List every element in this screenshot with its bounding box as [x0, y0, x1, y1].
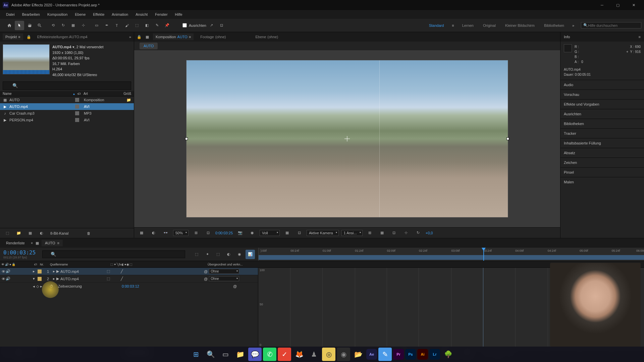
transform-handle-right[interactable] [506, 137, 509, 140]
taskbar-files[interactable]: 📂 [352, 348, 365, 361]
parent-dropdown[interactable]: Ohne [209, 276, 239, 281]
zoom-dropdown[interactable]: 50% [173, 230, 189, 236]
taskbar-app1[interactable]: ♟ [307, 348, 321, 361]
tab-menu-icon[interactable]: ≡ [189, 35, 191, 39]
anchor-tool[interactable]: ⊹ [78, 21, 88, 30]
panel-audio[interactable]: Audio [560, 80, 644, 89]
taskbar-whatsapp[interactable]: ✆ [263, 348, 276, 361]
snap2-tool[interactable]: ⊡ [217, 21, 226, 30]
taskbar-start[interactable]: ⊞ [189, 348, 203, 361]
twirl-icon[interactable]: ▸ [53, 269, 55, 274]
orbit-tool[interactable]: ⟲ [48, 21, 58, 30]
lock-toggle[interactable] [15, 277, 19, 281]
new-comp-icon[interactable]: ▦ [25, 229, 35, 238]
menu-hilfe[interactable]: Hilfe [172, 11, 186, 18]
menu-datei[interactable]: Datei [3, 11, 18, 18]
twirl-icon[interactable]: ▸ [53, 277, 55, 281]
transparency-icon[interactable]: ▦ [282, 228, 292, 238]
prev-key-icon[interactable]: ◂ [33, 284, 35, 289]
property-row[interactable]: ◂ ◇ ▸ ⏱ Zeitverzerrung 0:00:03:12 @ [0, 283, 258, 290]
time-ruler[interactable]: ):00f 00:24f 01:09f 01:24f 02:09f 02:24f… [258, 248, 644, 261]
taskbar-pr[interactable]: Pr [393, 349, 404, 360]
switch-icon[interactable]: ● [124, 263, 126, 266]
label-col-icon[interactable]: 🏷 [34, 263, 37, 266]
project-item-video2[interactable]: ▶ PERSON.mp4 AVI [0, 117, 134, 123]
col-nr[interactable]: Nr. [40, 263, 50, 266]
layer-row-1[interactable]: 👁 🔊 ▸ 1 ▸ ▶ AUTO.mp4 ⬚ ╱ @ [0, 268, 258, 275]
expression-pickwhip-icon[interactable]: @ [233, 284, 237, 288]
next-key-icon[interactable]: ▸ [40, 284, 42, 289]
taskbar-app3[interactable]: ✎ [378, 348, 392, 361]
menu-komposition[interactable]: Komposition [44, 11, 71, 18]
view-icon4[interactable]: ⊹ [401, 228, 411, 238]
lock-col-icon[interactable]: 🔒 [12, 263, 15, 266]
zoom-tool[interactable] [35, 21, 44, 30]
viewer-timecode[interactable]: 0:00:03:25 [215, 231, 233, 235]
footage-tab[interactable]: Footage (ohne) [198, 34, 228, 40]
menu-effekte[interactable]: Effekte [90, 11, 108, 18]
switch-icon[interactable]: ◉ [126, 263, 129, 266]
add-key-icon[interactable]: ◇ [36, 284, 39, 289]
region-icon[interactable]: ⊡ [294, 228, 304, 238]
sort-icon[interactable]: ▴ [73, 92, 75, 96]
mode-switch[interactable]: ⬚ [107, 269, 110, 274]
channel-icon[interactable]: ◐ [149, 228, 158, 238]
home-tool[interactable] [5, 21, 14, 30]
taskbar-ps[interactable]: Ps [405, 349, 416, 360]
menu-ansicht[interactable]: Ansicht [132, 11, 151, 18]
selection-tool[interactable] [15, 21, 24, 30]
puppet-tool[interactable]: 📌 [162, 21, 172, 30]
layer-row-2[interactable]: 👁 🔊 ▾ 2 ▸ ▶ AUTO.mp4 ⬚ ╱ @ [0, 275, 258, 283]
workspace-bibliotheken[interactable]: Bibliotheken [543, 23, 566, 28]
lock-icon[interactable]: 🔒 [26, 35, 31, 39]
composition-viewer[interactable] [134, 50, 560, 227]
overflow-icon[interactable]: » [129, 35, 131, 39]
panel-zeichen[interactable]: Zeichen [560, 158, 644, 167]
project-search-input[interactable] [3, 81, 131, 90]
help-search-input[interactable] [588, 23, 639, 27]
viewer-canvas[interactable] [186, 60, 508, 218]
workspace-original[interactable]: Original [482, 23, 497, 28]
switch-icon[interactable]: ╲ [117, 263, 118, 266]
shy-icon[interactable]: ⬚ [213, 250, 223, 259]
taskbar-ae[interactable]: Ae [366, 349, 377, 360]
parent-dropdown[interactable]: Ohne [209, 269, 239, 274]
workspace-standard[interactable]: Standard [428, 23, 445, 28]
panel-inhaltsbasierte[interactable]: Inhaltsbasierte Füllung [560, 138, 644, 148]
panel-tracker[interactable]: Tracker [560, 128, 644, 138]
pen-tool[interactable]: ✒ [102, 21, 111, 30]
taskbar-firefox[interactable]: 🦊 [292, 348, 306, 361]
align-checkbox[interactable] [182, 23, 187, 27]
switch-icon[interactable]: ✦ [114, 263, 116, 266]
channels-icon[interactable]: ◉ [248, 228, 257, 238]
camera-tool[interactable]: ▦ [68, 21, 78, 30]
stopwatch-icon[interactable]: ⏱ [50, 284, 53, 288]
lock-toggle[interactable] [15, 269, 19, 274]
audio-col-icon[interactable]: 🔊 [5, 263, 9, 266]
taskbar-obs[interactable]: ◉ [337, 348, 350, 361]
lock-icon[interactable]: 🔒 [137, 35, 142, 39]
label-swatch[interactable] [75, 111, 79, 115]
views-dropdown[interactable]: 1 Ansi... [341, 230, 363, 236]
panel-menu-icon[interactable]: ≡ [639, 35, 641, 39]
col-type[interactable]: Art [84, 92, 123, 96]
draft3d-icon[interactable]: ✦ [203, 250, 212, 259]
panel-ausrichten[interactable]: Ausrichten [560, 109, 644, 119]
taskbar-app4[interactable]: 🌳 [441, 348, 455, 361]
taskbar-todoist[interactable]: ✓ [278, 348, 291, 361]
switch-icon[interactable]: fx [119, 263, 121, 266]
eraser-tool[interactable]: ◧ [142, 21, 152, 30]
taskbar-search[interactable]: 🔍 [204, 348, 217, 361]
comp-breadcrumb[interactable]: AUTO [140, 43, 158, 49]
label-col-icon[interactable]: 🏷 [77, 92, 81, 96]
view-icon3[interactable]: ⊡ [389, 228, 399, 238]
taskbar-taskview[interactable]: ▭ [219, 348, 232, 361]
tab-menu-icon[interactable]: ≡ [57, 241, 59, 245]
panel-effekte[interactable]: Effekte und Vorgaben [560, 99, 644, 109]
exposure-value[interactable]: +0,0 [426, 231, 433, 235]
taskbar-explorer[interactable]: 📁 [233, 348, 247, 361]
trash-icon[interactable]: 🗑 [84, 229, 93, 238]
view-icon2[interactable]: ▦ [377, 228, 387, 238]
menu-animation[interactable]: Animation [108, 11, 131, 18]
camera-dropdown[interactable]: Aktive Kamera [307, 230, 339, 236]
